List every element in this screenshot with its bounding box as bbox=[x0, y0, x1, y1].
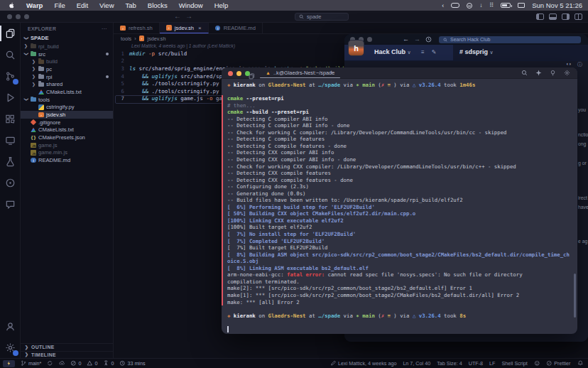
activity-item-scm[interactable] bbox=[0, 65, 21, 87]
slack-nav-arrows[interactable]: ←→ bbox=[403, 36, 432, 43]
tab-jsdev-sh[interactable]: ›jsdev.sh× bbox=[160, 23, 209, 33]
status-item-5[interactable]: Shell Script bbox=[501, 360, 527, 367]
status-item-4[interactable]: LF bbox=[489, 360, 495, 367]
apple-menu-icon[interactable] bbox=[9, 2, 15, 9]
activity-item-extensions[interactable] bbox=[0, 108, 21, 129]
grid-icon[interactable]: ⠿ bbox=[489, 2, 494, 9]
publish-status[interactable] bbox=[59, 360, 65, 367]
search-icon[interactable] bbox=[521, 70, 528, 76]
slack-search-bar[interactable]: Search Hack Club bbox=[439, 36, 581, 43]
code-text: && ./tools/cstringify.py src/ bbox=[129, 88, 235, 94]
warp-window-controls[interactable] bbox=[228, 71, 250, 76]
status-item-2[interactable]: Tab Size: 4 bbox=[437, 360, 462, 367]
activity-item-testing[interactable] bbox=[0, 151, 21, 172]
new-tab-button[interactable]: + bbox=[330, 69, 333, 76]
tree-item-README.md[interactable]: iREADME.md bbox=[21, 156, 113, 164]
terminal-output[interactable]: ◆ kierank on Glaedrs-Nest at …/spade via… bbox=[222, 79, 577, 334]
status-item-1[interactable]: Ln 7, Col 40 bbox=[403, 360, 430, 367]
tree-item-.gitignore[interactable]: .gitignore bbox=[21, 119, 113, 126]
notifications-bell[interactable] bbox=[577, 360, 584, 367]
compose-icon[interactable]: ✎ bbox=[432, 49, 437, 55]
terminal-scrollbar[interactable] bbox=[574, 274, 576, 318]
sparkle-icon[interactable] bbox=[535, 70, 542, 76]
errors-status[interactable]: 0 bbox=[70, 360, 81, 367]
ports-status[interactable]: 0 bbox=[103, 360, 114, 367]
menu-item-tab[interactable]: Tab bbox=[120, 1, 142, 9]
screen-pill-icon[interactable] bbox=[451, 3, 459, 8]
tree-item-rpi[interactable]: ❯rpi bbox=[21, 73, 113, 81]
status-item-3[interactable]: UTF-8 bbox=[469, 360, 483, 367]
terminal-output-line: -- Detecting CXX compile features bbox=[222, 170, 577, 177]
sync-status[interactable] bbox=[47, 360, 53, 367]
activity-item-chat[interactable] bbox=[0, 193, 21, 215]
history-nav-arrows[interactable]: ←→ bbox=[174, 12, 197, 20]
activity-item-docker[interactable] bbox=[0, 172, 21, 193]
tree-item-src[interactable]: ❯src bbox=[21, 50, 113, 58]
filter-icon[interactable]: ≡ bbox=[421, 49, 425, 55]
sidebar-panel-outline[interactable]: ❯OUTLINE bbox=[21, 343, 113, 351]
feedback-smiley[interactable] bbox=[534, 360, 540, 367]
remote-indicator[interactable] bbox=[3, 360, 15, 367]
sidebar-panel-timeline[interactable]: ❯TIMELINE bbox=[21, 351, 113, 359]
menu-item-file[interactable]: File bbox=[48, 1, 70, 9]
download-arrow-icon[interactable]: ↓ bbox=[479, 2, 482, 9]
command-center[interactable]: spade bbox=[295, 13, 349, 21]
workspace-avatar[interactable]: h bbox=[348, 40, 364, 56]
tree-item-CMakeLists.txt[interactable]: CMakeLists.txt bbox=[21, 88, 113, 96]
tree-item-CMakeLists.txt[interactable]: CMakeLists.txt bbox=[21, 126, 113, 134]
tree-item-cstringify.py[interactable]: cstringify.py bbox=[21, 104, 113, 112]
menu-bar-clock[interactable]: Sun Nov 5 21:26 bbox=[532, 1, 582, 9]
vscode-window-controls[interactable] bbox=[7, 14, 29, 19]
activity-item-remote[interactable] bbox=[0, 129, 21, 151]
tree-item-jsdev.sh[interactable]: ›jsdev.sh bbox=[21, 111, 113, 119]
activity-item-account[interactable] bbox=[0, 315, 21, 337]
focus-icon[interactable] bbox=[467, 3, 472, 9]
customize-layout-icon[interactable] bbox=[575, 13, 582, 20]
terminal-output-line: arm-none-eabi-gcc: fatal error: cannot r… bbox=[222, 271, 577, 278]
lightbulb-icon[interactable] bbox=[550, 70, 556, 76]
close-icon[interactable]: × bbox=[198, 25, 202, 31]
status-item-6[interactable]: Prettier bbox=[546, 360, 570, 367]
project-root-row[interactable]: ❯ SPADE bbox=[21, 33, 113, 43]
tree-item-CMakePresets.json[interactable]: {}CMakePresets.json bbox=[21, 134, 113, 141]
workspace-switcher[interactable]: Hack Club ∨ bbox=[374, 48, 411, 55]
channel-header[interactable]: # sdsprig ∨ bbox=[459, 48, 494, 55]
menu-item-warp[interactable]: Warp bbox=[21, 1, 48, 9]
chevron-icon[interactable]: ‹ bbox=[442, 2, 444, 9]
toggle-sidebar-icon[interactable] bbox=[536, 13, 544, 20]
tab-refresh-sh[interactable]: ›refresh.sh bbox=[114, 23, 160, 33]
tab-README-md[interactable]: iREADME.md bbox=[209, 23, 263, 33]
info-icon[interactable]: ⓘ bbox=[577, 61, 582, 68]
warnings-status[interactable]: 0 bbox=[87, 360, 97, 367]
tree-item-tools[interactable]: ❯tools bbox=[21, 96, 113, 104]
menu-item-blocks[interactable]: Blocks bbox=[142, 1, 173, 9]
gear-icon[interactable] bbox=[564, 70, 570, 76]
battery-icon[interactable] bbox=[501, 3, 511, 8]
git-branch-status[interactable]: main* bbox=[21, 360, 41, 367]
activity-item-explorer[interactable] bbox=[0, 23, 21, 44]
tree-item-game.min.js[interactable]: JSgame.min.js bbox=[21, 149, 113, 157]
display-icon[interactable] bbox=[518, 3, 525, 8]
menu-item-edit[interactable]: Edit bbox=[71, 1, 94, 9]
breadcrumb-item[interactable]: tools bbox=[121, 36, 131, 42]
tree-item-shared[interactable]: ❯shared bbox=[21, 80, 113, 88]
toggle-panel-icon[interactable] bbox=[549, 13, 557, 20]
explorer-more-icon[interactable]: ··· bbox=[102, 26, 107, 31]
tree-item-rpi_build[interactable]: ❯rpi_build bbox=[21, 43, 113, 50]
activity-item-debug[interactable] bbox=[0, 87, 21, 108]
breadcrumb-item[interactable]: jsdev.sh bbox=[148, 36, 166, 42]
timer-status[interactable]: 33 mins bbox=[119, 360, 145, 367]
tree-item-pc[interactable]: ❯pc bbox=[21, 65, 113, 73]
history-clock-icon[interactable] bbox=[425, 36, 432, 43]
tree-item-game.js[interactable]: JSgame.js bbox=[21, 141, 113, 149]
menu-item-window[interactable]: Window bbox=[173, 1, 209, 9]
tree-item-build[interactable]: ❯build bbox=[21, 58, 113, 65]
modified-dot bbox=[106, 53, 109, 55]
activity-item-search[interactable] bbox=[0, 44, 21, 65]
activity-item-gear[interactable] bbox=[0, 337, 21, 358]
status-item-0[interactable]: Lexi Mattick, 4 weeks ago bbox=[330, 360, 396, 367]
toggle-secondary-sidebar-icon[interactable] bbox=[562, 13, 570, 20]
menu-item-help[interactable]: Help bbox=[209, 1, 234, 9]
menu-item-view[interactable]: View bbox=[94, 1, 119, 9]
terminal-cursor[interactable] bbox=[227, 326, 229, 332]
